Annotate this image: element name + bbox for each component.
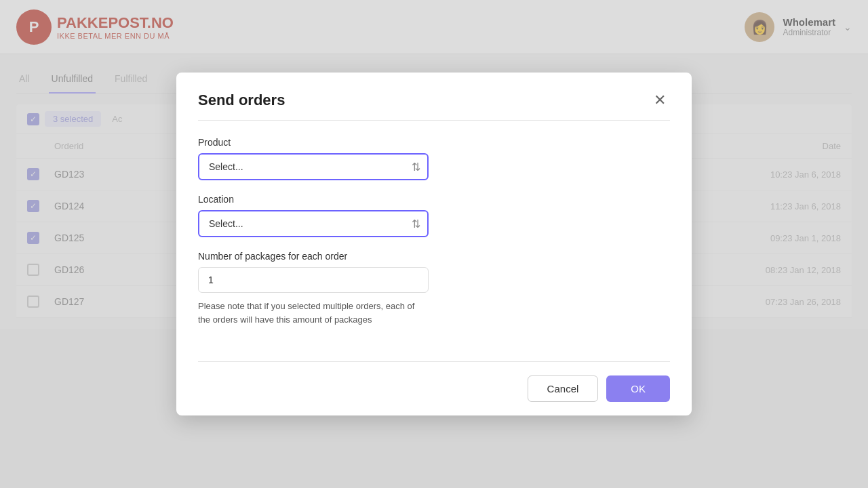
location-select-wrapper: Select... ⇅ bbox=[198, 210, 429, 237]
packages-input[interactable] bbox=[198, 267, 429, 293]
modal-body: Product Select... ⇅ Location Select... ⇅ bbox=[176, 121, 692, 361]
packages-hint: Please note that if you selected multipl… bbox=[198, 300, 429, 326]
location-form-group: Location Select... ⇅ bbox=[198, 194, 670, 237]
packages-form-group: Number of packages for each order Please… bbox=[198, 251, 670, 326]
ok-button[interactable]: OK bbox=[606, 375, 670, 402]
packages-label: Number of packages for each order bbox=[198, 251, 670, 262]
product-select[interactable]: Select... bbox=[198, 153, 429, 180]
product-form-group: Product Select... ⇅ bbox=[198, 137, 670, 180]
location-select[interactable]: Select... bbox=[198, 210, 429, 237]
product-select-wrapper: Select... ⇅ bbox=[198, 153, 429, 180]
cancel-button[interactable]: Cancel bbox=[528, 375, 599, 402]
modal-footer: Cancel OK bbox=[176, 362, 692, 415]
modal-title: Send orders bbox=[198, 92, 285, 109]
location-label: Location bbox=[198, 194, 670, 205]
product-label: Product bbox=[198, 137, 670, 148]
modal-overlay: Send orders ✕ Product Select... ⇅ Locati… bbox=[0, 0, 868, 488]
close-button[interactable]: ✕ bbox=[650, 92, 670, 109]
modal: Send orders ✕ Product Select... ⇅ Locati… bbox=[176, 73, 692, 415]
modal-header: Send orders ✕ bbox=[176, 73, 692, 120]
